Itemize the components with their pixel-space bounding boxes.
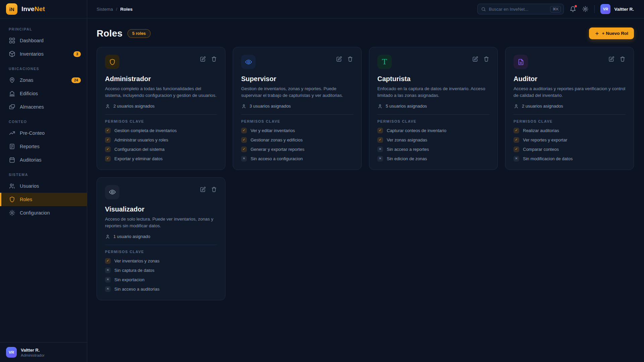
sidebar-item-almacenes[interactable]: Almacenes [0, 100, 87, 114]
sidebar-profile[interactable]: VR Valtter R. Administrador [0, 342, 87, 362]
delete-role-icon[interactable] [211, 56, 217, 62]
user-menu[interactable]: VR Valtter R. [600, 4, 634, 14]
check-icon: ✓ [105, 156, 111, 162]
delete-role-icon[interactable] [483, 56, 489, 62]
gear-icon [9, 209, 15, 216]
permission-item: ✓Comparar conteos [514, 146, 626, 152]
brand-name-accent: Net [35, 5, 45, 12]
person-icon [377, 104, 383, 109]
sidebar-item-label: Configuracion [20, 210, 50, 216]
permissions-heading: PERMISOS CLAVE [241, 119, 353, 123]
sidebar-item-dashboard[interactable]: Dashboard [0, 34, 87, 47]
role-description: Acceso de solo lectura. Puede ver invent… [105, 216, 217, 229]
delete-role-icon[interactable] [620, 56, 626, 62]
sidebar-item-configuracion[interactable]: Configuracion [0, 206, 87, 220]
divider [105, 245, 217, 245]
role-card-visualizador: Visualizador Acceso de solo lectura. Pue… [97, 177, 225, 300]
role-description: Gestion de inventarios, zonas y reportes… [241, 85, 353, 99]
sidebar-item-auditorias[interactable]: Auditorias [0, 153, 87, 167]
role-description: Acceso a auditorias y reportes para veri… [514, 85, 626, 99]
notifications-button[interactable] [570, 6, 576, 12]
permission-label: Sin captura de datos [114, 268, 154, 273]
permission-label: Sin edicion de zonas [387, 156, 427, 161]
edit-role-icon[interactable] [336, 56, 342, 62]
sidebar-item-inventarios[interactable]: Inventarios 3 [0, 47, 87, 61]
breadcrumb-current: Roles [120, 7, 133, 12]
permission-label: Configuracion del sistema [114, 147, 165, 152]
nav-section-principal: PRINCIPAL [9, 27, 87, 31]
check-icon: ✓ [241, 137, 247, 143]
nav-section-conteo: CONTEO [9, 120, 87, 124]
role-description: Acceso completo a todas las funcionalida… [105, 85, 217, 99]
check-icon: ✓ [105, 258, 111, 264]
sidebar-item-reportes[interactable]: Reportes [0, 140, 87, 153]
permission-label: Ver inventarios y zonas [114, 258, 159, 263]
permission-label: Sin exportacion [114, 277, 145, 282]
edit-role-icon[interactable] [200, 186, 206, 192]
role-card-auditor: Auditor Acceso a auditorias y reportes p… [505, 47, 634, 170]
permission-item: ✕Sin modificacion de datos [514, 156, 626, 162]
brand-name-primary: Inve [21, 5, 35, 12]
edit-role-icon[interactable] [608, 56, 614, 62]
permission-item: ✕Sin edicion de zonas [377, 156, 489, 162]
settings-button[interactable] [582, 6, 589, 12]
permission-item: ✓Administrar usuarios y roles [105, 137, 217, 143]
breadcrumb-parent[interactable]: Sistema [97, 7, 113, 12]
inventarios-count-badge: 3 [73, 51, 81, 57]
permission-item: ✓Generar y exportar reportes [241, 146, 353, 152]
permission-item: ✕Sin acceso a reportes [377, 146, 489, 152]
permission-label: Administrar usuarios y roles [114, 137, 168, 142]
search-input[interactable] [489, 7, 547, 12]
profile-role: Administrador [21, 353, 45, 357]
shield-icon [9, 196, 15, 203]
permission-label: Exportar y eliminar datos [114, 156, 163, 161]
sidebar-item-zonas[interactable]: Zonas 24 [0, 73, 87, 87]
role-card-capturista: T Capturista Enfocado en la captura de d… [369, 47, 498, 170]
edit-role-icon[interactable] [472, 56, 478, 62]
x-icon: ✕ [105, 277, 111, 283]
permission-item: ✓Ver zonas asignadas [377, 137, 489, 143]
delete-role-icon[interactable] [347, 56, 353, 62]
person-icon [241, 104, 247, 109]
permission-item: ✓Ver y editar inventarios [241, 128, 353, 133]
role-card-administrador: Administrador Acceso completo a todas la… [97, 47, 225, 170]
topbar-right: ⌘K VR Valtter R. [477, 4, 634, 14]
map-pin-icon [9, 77, 15, 83]
new-role-button[interactable]: + Nuevo Rol [589, 27, 634, 39]
new-role-button-label: + Nuevo Rol [602, 31, 628, 36]
role-card-supervisor: Supervisor Gestion de inventarios, zonas… [233, 47, 362, 170]
role-title: Capturista [377, 75, 489, 83]
check-icon: ✓ [514, 137, 519, 143]
x-icon: ✕ [377, 156, 383, 162]
sidebar-item-roles[interactable]: Roles [0, 193, 87, 206]
permissions-heading: PERMISOS CLAVE [514, 119, 626, 123]
user-name: Valtter R. [614, 7, 634, 12]
sidebar-item-usuarios[interactable]: Usuarios [0, 179, 87, 193]
nav-section-ubicaciones: UBICACIONES [9, 67, 87, 71]
sidebar-item-pre-conteo[interactable]: Pre-Conteo [0, 126, 87, 140]
sidebar-item-label: Edificios [20, 91, 38, 96]
eye-icon [241, 55, 256, 69]
check-icon: ✓ [377, 137, 383, 143]
x-icon: ✕ [105, 286, 111, 292]
delete-role-icon[interactable] [211, 186, 217, 192]
nav-section-sistema: SISTEMA [9, 173, 87, 177]
notification-dot [575, 5, 577, 7]
assigned-users-text: 1 usuario asignado [113, 234, 150, 239]
sidebar-item-label: Auditorias [20, 157, 41, 163]
permission-label: Gestionar zonas y edificios [251, 137, 303, 142]
edit-role-icon[interactable] [200, 56, 206, 62]
boxes-icon [9, 104, 15, 110]
permission-label: Ver reportes y exportar [523, 137, 567, 142]
permission-item: ✕Sin acceso a configuracion [241, 156, 353, 162]
global-search[interactable]: ⌘K [477, 4, 564, 14]
sidebar-item-label: Zonas [20, 77, 33, 83]
x-icon: ✕ [105, 267, 111, 273]
sidebar-item-edificios[interactable]: Edificios [0, 87, 87, 100]
check-icon: ✓ [241, 146, 247, 152]
check-icon: ✓ [105, 128, 111, 133]
permission-item: ✓Exportar y eliminar datos [105, 156, 217, 162]
permission-label: Comparar conteos [523, 147, 559, 152]
permission-label: Capturar conteos de inventario [387, 128, 446, 133]
sidebar-item-label: Dashboard [20, 38, 44, 43]
